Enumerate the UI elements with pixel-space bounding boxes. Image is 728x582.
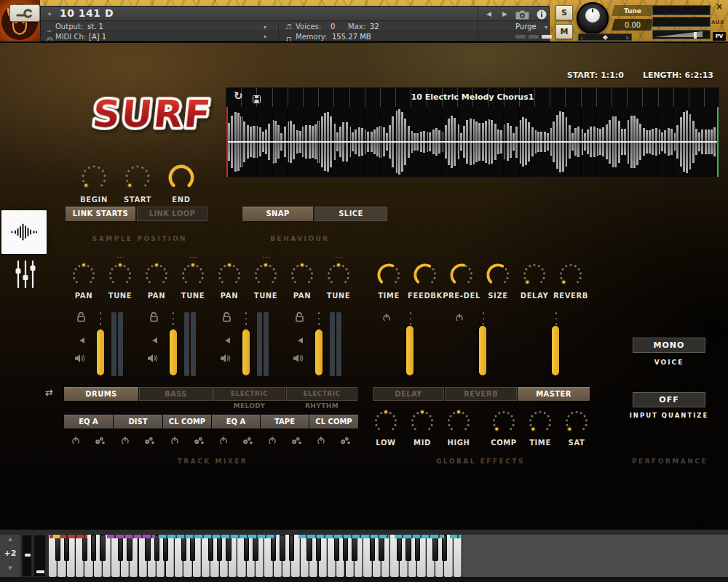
tune-value-box[interactable]: 0.00 <box>612 19 654 31</box>
pan-slider[interactable]: L R <box>578 33 632 41</box>
lock-open-icon[interactable] <box>295 311 304 325</box>
settings-icon[interactable] <box>340 434 351 448</box>
black-key[interactable] <box>415 535 420 561</box>
lock-open-icon[interactable] <box>149 311 159 325</box>
link-loop-button[interactable]: LINK LOOP <box>137 207 207 221</box>
knob-time[interactable]: TIME <box>522 409 558 447</box>
black-key[interactable] <box>82 535 87 561</box>
sample-view-tab[interactable] <box>1 210 47 254</box>
power-icon[interactable] <box>170 434 179 448</box>
power-icon[interactable] <box>71 434 80 448</box>
black-key[interactable] <box>352 535 357 561</box>
preset-title[interactable]: 10 141 D <box>60 7 114 19</box>
pitch-wheel[interactable] <box>22 535 32 577</box>
midi-channel-value[interactable]: [A] 1 <box>89 33 106 41</box>
black-key[interactable] <box>334 535 339 561</box>
waveform-area[interactable] <box>226 107 719 177</box>
octave-shift-control[interactable]: ▲ +2 ▼ <box>0 535 20 577</box>
power-icon[interactable] <box>268 434 277 448</box>
knob-pan[interactable]: PAN <box>138 262 175 300</box>
fx-slot-eq-a-2[interactable]: EQ A <box>212 415 260 428</box>
knob-start[interactable]: START <box>116 163 159 204</box>
black-key[interactable] <box>217 535 222 561</box>
volume-slider[interactable] <box>652 30 711 39</box>
output-value[interactable]: st. 1 <box>87 23 103 31</box>
octave-up-icon[interactable]: ▲ <box>0 535 20 543</box>
piano-keyboard[interactable] <box>49 535 462 577</box>
knob-tune[interactable]: TUNE <box>320 262 357 300</box>
fx-slot-tape[interactable]: TAPE <box>261 415 309 428</box>
black-key[interactable] <box>379 535 384 561</box>
speaker-max-icon[interactable] <box>220 352 231 366</box>
black-key[interactable] <box>127 535 132 561</box>
volume-handle[interactable] <box>694 32 697 39</box>
snapshot-camera-icon[interactable] <box>515 9 529 23</box>
speaker-min-icon[interactable] <box>297 333 304 347</box>
knob-tune[interactable]: TUNE <box>248 262 284 300</box>
black-key[interactable] <box>253 535 258 561</box>
speaker-min-icon[interactable] <box>224 333 231 347</box>
wrench-settings-button[interactable] <box>9 4 40 22</box>
channel-menu-icon[interactable]: ⋯ <box>189 252 198 262</box>
fx-slot-eq-a-1[interactable]: EQ A <box>64 415 113 428</box>
preset-dropdown-icon[interactable]: ▾ <box>48 11 51 17</box>
black-key[interactable] <box>397 535 402 561</box>
pv-badge[interactable]: PV <box>713 32 726 41</box>
settings-icon[interactable] <box>291 434 302 448</box>
voice-mode-button[interactable]: MONO <box>633 338 705 353</box>
black-key[interactable] <box>316 535 321 561</box>
mute-button[interactable]: M <box>555 24 573 39</box>
track-tab-electric-rhythm[interactable]: ELECTRIC RHYTHM <box>286 387 357 401</box>
speaker-min-icon[interactable] <box>151 333 158 347</box>
snap-button[interactable]: SNAP <box>242 207 313 221</box>
power-icon[interactable] <box>317 434 325 448</box>
black-key[interactable] <box>343 535 348 561</box>
black-key[interactable] <box>154 535 159 561</box>
black-key[interactable] <box>442 535 447 561</box>
channel-menu-icon[interactable]: ⋯ <box>116 252 125 262</box>
black-key[interactable] <box>208 535 213 561</box>
bus-fader[interactable] <box>552 326 559 375</box>
bus-fader[interactable] <box>479 326 486 375</box>
mixer-view-tab[interactable] <box>13 258 38 290</box>
knob-pan[interactable]: PAN <box>66 262 102 300</box>
octave-down-icon[interactable]: ▼ <box>0 564 20 573</box>
knob-low[interactable]: LOW <box>368 409 404 447</box>
white-key[interactable] <box>454 535 462 577</box>
sample-start-marker[interactable] <box>226 107 228 177</box>
volume-fader[interactable] <box>315 330 323 375</box>
prev-preset-icon[interactable]: ◀ <box>486 10 491 17</box>
track-tab-bass[interactable]: BASS <box>139 387 213 401</box>
pan-handle[interactable] <box>603 35 608 40</box>
black-key[interactable] <box>181 535 186 561</box>
swap-tracks-icon[interactable]: ⇄ <box>45 387 53 398</box>
lock-open-icon[interactable] <box>222 311 232 325</box>
fx-slot-cl-comp-1[interactable]: CL COMP <box>163 415 211 428</box>
black-key[interactable] <box>190 535 195 561</box>
knob-end[interactable]: END <box>159 163 203 204</box>
settings-icon[interactable] <box>144 434 155 448</box>
link-starts-button[interactable]: LINK STARTS <box>66 207 135 221</box>
waveform-display[interactable]: ↻ 10 Electric Melody Chorus1 <box>226 87 719 178</box>
fx-slot-cl-comp-2[interactable]: CL COMP <box>309 415 358 428</box>
knob-reverb[interactable]: REVERB <box>553 262 589 300</box>
black-key[interactable] <box>289 535 294 561</box>
power-icon[interactable] <box>455 311 464 325</box>
purge-option-bar[interactable] <box>529 35 539 39</box>
speaker-max-icon[interactable] <box>147 352 158 366</box>
black-key[interactable] <box>145 535 150 561</box>
knob-pan[interactable]: PAN <box>284 262 320 300</box>
knob-pre-del[interactable]: PRE-DEL <box>443 262 480 300</box>
fx-slot-dist[interactable]: DIST <box>114 415 162 428</box>
black-key[interactable] <box>405 535 411 561</box>
black-key[interactable] <box>163 535 168 561</box>
black-key[interactable] <box>55 535 60 561</box>
black-key[interactable] <box>280 535 285 561</box>
volume-fader[interactable] <box>97 330 104 375</box>
black-key[interactable] <box>118 535 123 561</box>
speaker-max-icon[interactable] <box>74 352 85 366</box>
purge-dropdown-icon[interactable]: ▾ <box>545 24 547 31</box>
purge-option-bar[interactable] <box>515 35 526 39</box>
knob-time[interactable]: TIME <box>371 262 407 300</box>
solo-button[interactable]: S <box>555 5 573 20</box>
